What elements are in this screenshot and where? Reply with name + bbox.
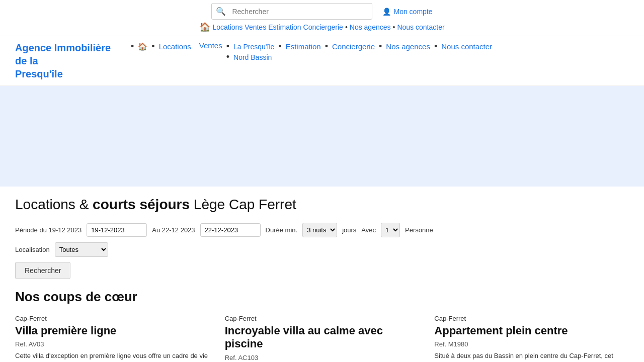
account-label: Mon compte xyxy=(393,8,432,16)
nav-locations-link[interactable]: Locations xyxy=(155,42,195,51)
topnav-nos-agences[interactable]: Nos agences xyxy=(350,23,391,31)
nav-nouscontacter-item[interactable]: • Nous contacter xyxy=(434,41,496,52)
page-title: Locations & courts séjours Lège Cap Ferr… xyxy=(15,197,629,213)
card-1-ref: Ref. AV03 xyxy=(15,340,210,348)
topnav-nous-contacter[interactable]: Nous contacter xyxy=(397,23,444,31)
account-icon: 👤 xyxy=(382,8,391,16)
personne-label: Personne xyxy=(405,226,433,234)
logo-area: Agence Immobilière de la Presqu'île xyxy=(15,41,116,80)
nav-nouscontacter-link[interactable]: Nous contacter xyxy=(437,42,496,51)
top-row1: 🔍 👤 Mon compte xyxy=(211,3,432,20)
topnav-locations[interactable]: Locations xyxy=(212,23,243,31)
nav-presquile-link[interactable]: La Presqu'île xyxy=(229,43,278,51)
search-icon: 🔍 xyxy=(212,4,230,19)
nav-nosagences-item[interactable]: • Nos agences xyxy=(379,41,434,52)
nav-sublink-presquile[interactable]: • La Presqu'île xyxy=(226,41,279,52)
localisation-label: Localisation xyxy=(15,246,50,253)
search-input[interactable] xyxy=(230,5,372,19)
topnav-conciergerie[interactable]: Conciergerie xyxy=(303,23,343,31)
nav-estimation-item[interactable]: • Estimation xyxy=(278,41,325,52)
card-2-ref: Ref. AC103 xyxy=(225,354,420,361)
avec-label: Avec xyxy=(361,226,376,234)
card-3-title: Appartement plein centre xyxy=(434,324,629,337)
search-form-row2: Localisation Toutes Cap-Ferret La Presqu… xyxy=(15,242,629,257)
nav-ventes-item[interactable]: Ventes xyxy=(195,41,226,50)
nav-home-link[interactable]: 🏠 xyxy=(134,42,151,51)
top-search-bar[interactable]: 🔍 xyxy=(211,3,372,20)
card-1-title: Villa première ligne xyxy=(15,324,210,337)
localisation-select[interactable]: Toutes Cap-Ferret La Presqu'île Nord Bas… xyxy=(55,242,108,257)
card-1-location: Cap-Ferret xyxy=(15,315,210,322)
home-icon: 🏠 xyxy=(199,22,210,33)
nav-nordbassin-link[interactable]: Nord Bassin xyxy=(229,53,276,61)
nav-ventes-link[interactable]: Ventes xyxy=(195,41,226,50)
nav-estimation-link[interactable]: Estimation xyxy=(282,42,325,51)
topnav-estimation[interactable]: Estimation xyxy=(268,23,301,31)
main-nav: Agence Immobilière de la Presqu'île • 🏠 … xyxy=(0,36,644,86)
nav-conciergerie-link[interactable]: Conciergerie xyxy=(328,42,379,51)
nav-home-item[interactable]: • 🏠 xyxy=(131,41,151,52)
nav-sublinks-container: • La Presqu'île • Nord Bassin xyxy=(226,41,279,62)
logo-text: Agence Immobilière de la Presqu'île xyxy=(15,41,116,80)
periode-label: Période du 19-12 2023 xyxy=(15,226,82,234)
top-nav-bar: 🏠 Locations Ventes Estimation Concierger… xyxy=(199,22,444,33)
nav-locations-item[interactable]: • Locations xyxy=(151,41,195,52)
main-nav-links: • 🏠 • Locations Ventes • La Presqu'île • xyxy=(131,41,634,62)
duree-label: Durée min. xyxy=(266,226,298,234)
top-combined-bar: 🔍 👤 Mon compte 🏠 Locations Ventes Estima… xyxy=(0,0,644,36)
jours-label: jours xyxy=(342,226,356,234)
date-from-input[interactable] xyxy=(87,223,147,237)
search-form-row1: Période du 19-12 2023 Au 22-12 2023 Duré… xyxy=(15,223,629,237)
sep2: • xyxy=(393,23,395,31)
au-label: Au 22-12 2023 xyxy=(152,226,195,234)
card-3-location: Cap-Ferret xyxy=(434,315,629,322)
card-1-desc: Cette villa d'exception en première lign… xyxy=(15,351,210,362)
main-content: Locations & courts séjours Lège Cap Ferr… xyxy=(0,187,644,362)
search-form: Période du 19-12 2023 Au 22-12 2023 Duré… xyxy=(15,223,629,279)
card-2-title: Incroyable villa au calme avec piscine xyxy=(225,324,420,351)
card-1: Cap-Ferret Villa première ligne Ref. AV0… xyxy=(15,315,210,362)
nav-sublinks: • La Presqu'île • Nord Bassin xyxy=(226,41,279,62)
card-3-desc: Situé à deux pas du Bassin en plein cent… xyxy=(434,351,629,362)
nav-sublink-nordbassin[interactable]: • Nord Bassin xyxy=(226,52,279,62)
home-icon-nav: 🏠 xyxy=(138,42,147,51)
card-2: Cap-Ferret Incroyable villa au calme ave… xyxy=(225,315,420,362)
duree-select[interactable]: 3 nuits 1 nuit 2 nuits 4 nuits 7 nuits xyxy=(302,223,337,237)
account-link[interactable]: 👤 Mon compte xyxy=(382,8,432,16)
topnav-ventes[interactable]: Ventes xyxy=(245,23,266,31)
sep1: • xyxy=(345,23,348,31)
card-3: Cap-Ferret Appartement plein centre Ref.… xyxy=(434,315,629,362)
hero-banner xyxy=(0,86,644,187)
nav-nosagences-link[interactable]: Nos agences xyxy=(382,42,434,51)
card-2-location: Cap-Ferret xyxy=(225,315,420,322)
cards-grid: Cap-Ferret Villa première ligne Ref. AV0… xyxy=(15,315,629,362)
personne-select[interactable]: 1 2 3 4 xyxy=(381,223,400,237)
date-to-input[interactable] xyxy=(200,223,261,237)
rechercher-button[interactable]: Rechercher xyxy=(15,262,70,279)
nav-conciergerie-item[interactable]: • Conciergerie xyxy=(325,41,379,52)
card-3-ref: Ref. M1980 xyxy=(434,340,629,348)
section-title: Nos coups de cœur xyxy=(15,289,629,305)
